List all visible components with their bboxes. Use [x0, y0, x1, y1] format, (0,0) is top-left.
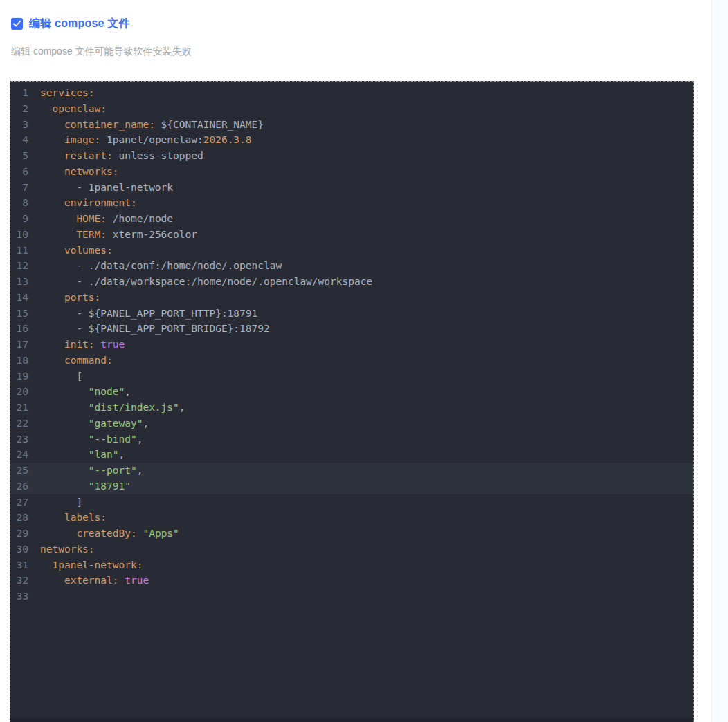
line-number: 20 — [10, 384, 28, 400]
code-line[interactable]: 29 createdBy: "Apps" — [10, 526, 693, 542]
code-line[interactable]: 26 "18791" — [10, 479, 693, 494]
code-line-text: "--bind", — [28, 432, 693, 447]
line-number: 4 — [10, 132, 28, 148]
line-number: 3 — [10, 117, 28, 133]
line-number: 2 — [10, 101, 28, 117]
line-number: 10 — [10, 227, 28, 243]
code-line-text: "gateway", — [28, 416, 693, 432]
code-line-text: - ./data/conf:/home/node/.openclaw — [28, 258, 693, 274]
code-line-text: - 1panel-network — [28, 180, 693, 196]
editor-horizontal-scrollbar[interactable] — [10, 718, 693, 722]
code-line-text: "dist/index.js", — [28, 400, 693, 416]
line-number: 33 — [10, 589, 28, 604]
code-line-text: volumes: — [28, 243, 693, 259]
code-line-text: container_name: ${CONTAINER_NAME} — [28, 117, 693, 133]
code-line[interactable]: 16 - ${PANEL_APP_PORT_BRIDGE}:18792 — [10, 321, 693, 337]
code-line[interactable]: 20 "node", — [10, 384, 693, 400]
code-line[interactable]: 5 restart: unless-stopped — [10, 148, 693, 164]
code-line[interactable]: 1services: — [10, 85, 693, 101]
code-line[interactable]: 10 TERM: xterm-256color — [10, 227, 693, 243]
code-line[interactable]: 33 — [10, 589, 693, 604]
line-number: 24 — [10, 447, 28, 463]
edit-compose-label[interactable]: 编辑 compose 文件 — [29, 17, 130, 31]
line-number: 32 — [10, 573, 28, 589]
code-line[interactable]: 6 networks: — [10, 164, 693, 180]
line-number: 30 — [10, 542, 28, 557]
code-line-text: image: 1panel/openclaw:2026.3.8 — [28, 132, 693, 148]
code-line[interactable]: 32 external: true — [10, 573, 693, 589]
line-number: 8 — [10, 195, 28, 211]
code-line[interactable]: 9 HOME: /home/node — [10, 211, 693, 227]
code-line-text: command: — [28, 353, 693, 369]
code-line-text: openclaw: — [28, 101, 693, 117]
line-number: 27 — [10, 494, 28, 510]
code-line[interactable]: 2 openclaw: — [10, 101, 693, 117]
code-line[interactable]: 30networks: — [10, 542, 693, 557]
code-line[interactable]: 17 init: true — [10, 337, 693, 353]
line-number: 17 — [10, 337, 28, 353]
edit-compose-checkbox[interactable] — [11, 18, 23, 30]
code-line-text: external: true — [28, 573, 693, 589]
line-number: 6 — [10, 164, 28, 180]
line-number: 26 — [10, 479, 28, 494]
code-line-text: HOME: /home/node — [28, 211, 693, 227]
code-line-text: TERM: xterm-256color — [28, 227, 693, 243]
code-line[interactable]: 24 "lan", — [10, 447, 693, 463]
code-line-text: - ./data/workspace:/home/node/.openclaw/… — [28, 274, 693, 290]
line-number: 28 — [10, 510, 28, 526]
line-number: 5 — [10, 148, 28, 164]
line-number: 21 — [10, 400, 28, 416]
edit-compose-warning: 编辑 compose 文件可能导致软件安装失败 — [11, 46, 634, 58]
code-line[interactable]: 25 "--port", — [10, 463, 693, 479]
code-line[interactable]: 3 container_name: ${CONTAINER_NAME} — [10, 117, 693, 133]
edit-compose-checkbox-row[interactable]: 编辑 compose 文件 — [11, 17, 130, 31]
line-number: 31 — [10, 557, 28, 573]
line-number: 25 — [10, 463, 28, 479]
code-line[interactable]: 22 "gateway", — [10, 416, 693, 432]
check-icon — [13, 21, 21, 27]
line-number: 13 — [10, 274, 28, 290]
line-number: 22 — [10, 416, 28, 432]
code-line[interactable]: 23 "--bind", — [10, 432, 693, 447]
code-line-text: "node", — [28, 384, 693, 400]
code-line[interactable]: 14 ports: — [10, 290, 693, 306]
code-line[interactable]: 18 command: — [10, 353, 693, 369]
code-line[interactable]: 27 ] — [10, 494, 693, 510]
code-line-text: "lan", — [28, 447, 693, 463]
code-line[interactable]: 4 image: 1panel/openclaw:2026.3.8 — [10, 132, 693, 148]
code-line[interactable]: 15 - ${PANEL_APP_PORT_HTTP}:18791 — [10, 306, 693, 322]
code-line-text: [ — [28, 369, 693, 385]
code-line-text: networks: — [28, 542, 693, 557]
code-rows: 1services:2 openclaw:3 container_name: $… — [10, 85, 693, 604]
line-number: 15 — [10, 306, 28, 322]
code-line-text: services: — [28, 85, 693, 101]
code-line[interactable]: 28 labels: — [10, 510, 693, 526]
code-line-text: 1panel-network: — [28, 557, 693, 573]
code-line-text: restart: unless-stopped — [28, 148, 693, 164]
code-line[interactable]: 11 volumes: — [10, 243, 693, 259]
code-line[interactable]: 31 1panel-network: — [10, 557, 693, 573]
code-line-text — [28, 589, 693, 604]
line-number: 11 — [10, 243, 28, 259]
code-line-text: ports: — [28, 290, 693, 306]
code-line-text: networks: — [28, 164, 693, 180]
code-line[interactable]: 12 - ./data/conf:/home/node/.openclaw — [10, 258, 693, 274]
code-line-text: "--port", — [28, 463, 693, 479]
code-line[interactable]: 8 environment: — [10, 195, 693, 211]
code-line-text: environment: — [28, 195, 693, 211]
edit-compose-section: 编辑 compose 文件 — [11, 17, 130, 31]
line-number: 9 — [10, 211, 28, 227]
code-line[interactable]: 13 - ./data/workspace:/home/node/.opencl… — [10, 274, 693, 290]
code-line-text: - ${PANEL_APP_PORT_HTTP}:18791 — [28, 306, 693, 322]
code-line-text: createdBy: "Apps" — [28, 526, 693, 542]
code-line-text: init: true — [28, 337, 693, 353]
code-line-text: - ${PANEL_APP_PORT_BRIDGE}:18792 — [28, 321, 693, 337]
code-line[interactable]: 21 "dist/index.js", — [10, 400, 693, 416]
code-line-text: labels: — [28, 510, 693, 526]
compose-editor[interactable]: 1services:2 openclaw:3 container_name: $… — [10, 81, 694, 722]
page-scrollbar-track[interactable] — [711, 0, 728, 722]
code-line[interactable]: 19 [ — [10, 369, 693, 385]
line-number: 29 — [10, 526, 28, 542]
line-number: 12 — [10, 258, 28, 274]
code-line[interactable]: 7 - 1panel-network — [10, 180, 693, 196]
